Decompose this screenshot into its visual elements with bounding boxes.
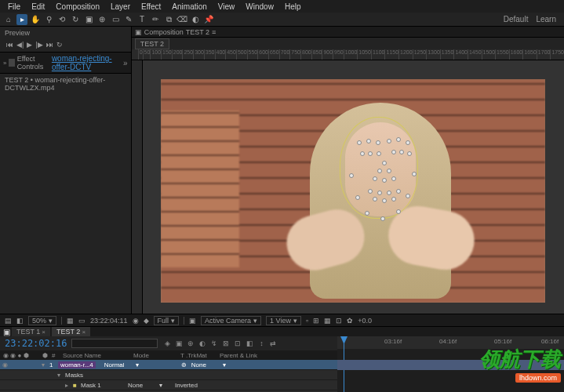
tl-tool3-icon[interactable]: ⊕ [186,339,195,348]
comp-name[interactable]: TEST 2 [186,28,209,36]
timeline-column-headers: ◉ ◉ ● ⬢ ⬢ # Source Name Mode T .TrkMat P… [0,350,337,360]
prev-frame-icon[interactable]: ◀| [16,41,24,49]
guides-icon[interactable]: ▭ [78,317,86,325]
view4-icon[interactable]: ⊡ [336,317,342,325]
snapshot-icon[interactable]: ◉ [133,317,139,325]
timeline-ruler[interactable]: 03:16f 04:16f 05:16f 06:16f [337,336,564,349]
mode-dropdown[interactable]: Normal [102,361,133,368]
composition-panel: ▣ Composition TEST 2 ≡ TEST 2 0501001502… [132,27,564,314]
close-icon[interactable]: × [82,328,86,336]
tl-tool6-icon[interactable]: ⊠ [221,339,231,348]
tl-tool10-icon[interactable]: ⇄ [268,339,278,348]
tl-tool2-icon[interactable]: ▣ [174,339,184,348]
brush-tool-icon[interactable]: ✏ [150,14,161,25]
type-tool-icon[interactable]: T [136,14,147,25]
menu-file[interactable]: File [3,2,25,12]
menu-window[interactable]: Window [241,2,278,12]
view2-icon[interactable]: ⊞ [313,317,319,325]
selection-tool-icon[interactable]: ▸ [16,14,27,25]
layer-bar[interactable] [337,360,564,370]
menu-bar: File Edit Composition Layer Effect Anima… [0,0,564,13]
rect-tool-icon[interactable]: ▭ [110,14,121,25]
effect-controls-tab[interactable]: » Effect Controls woman-rejecting-offer-… [0,52,131,74]
twirl-icon[interactable]: ▸ [63,382,71,389]
loop-icon[interactable]: ↻ [56,41,63,49]
menu-effect[interactable]: Effect [136,2,166,12]
mask-mode-dropdown[interactable]: None [126,382,157,389]
menu-view[interactable]: View [213,2,240,12]
anchor-tool-icon[interactable]: ⊕ [96,14,107,25]
menu-layer[interactable]: Layer [106,2,135,12]
menu-edit[interactable]: Edit [27,2,49,12]
viewport[interactable] [161,79,545,303]
tl-tool7-icon[interactable]: ⊡ [233,339,242,348]
timeline-panel: ▣ TEST 1× TEST 2× 23:22:02:16 ◈▣ ⊕◐ ↯⊠ ⊡… [0,326,564,392]
tl-tool4-icon[interactable]: ◐ [198,339,207,348]
timeline-graph-area[interactable]: 03:16f 04:16f 05:16f 06:16f [337,336,564,392]
orbit-tool-icon[interactable]: ⟲ [56,14,67,25]
pickwhip-icon[interactable]: ⊚ [179,361,189,368]
mask-1-row[interactable]: ▸ ■ Mask 1 None ▾ Inverted [0,380,337,390]
resolution-dropdown[interactable]: Full▾ [154,316,180,325]
play-icon[interactable]: ▶ [27,41,32,49]
alpha-toggle-icon[interactable]: ◧ [16,317,24,325]
first-frame-icon[interactable]: ⏮ [6,41,13,49]
workspace-default[interactable]: Default [504,15,529,24]
video-toggle-icon[interactable]: ◉ [0,361,9,368]
zoom-tool-icon[interactable]: ⚲ [43,14,54,25]
camera-tool-icon[interactable]: ▣ [83,14,94,25]
gear-icon[interactable]: ✿ [347,317,353,325]
clone-tool-icon[interactable]: ⧉ [163,14,174,25]
roto-tool-icon[interactable]: ◐ [190,14,201,25]
channel-icon[interactable]: ◆ [144,317,149,325]
next-frame-icon[interactable]: |▶ [35,41,42,49]
menu-composition[interactable]: Composition [51,2,104,12]
tab-test1[interactable]: TEST 1× [12,327,50,336]
parent-dropdown[interactable]: None [189,361,220,368]
hand-tool-icon[interactable]: ✋ [30,14,41,25]
vertical-ruler [132,60,143,314]
tl-tool8-icon[interactable]: ◧ [245,339,254,348]
exposure-value[interactable]: +0.0 [358,317,372,325]
workspace-learn[interactable]: Learn [536,15,556,24]
eraser-tool-icon[interactable]: ⌫ [176,14,187,25]
view3-icon[interactable]: ▦ [324,317,331,325]
puppet-tool-icon[interactable]: 📌 [203,14,214,25]
tl-tool9-icon[interactable]: ↕ [257,339,266,348]
pen-tool-icon[interactable]: ✎ [123,14,134,25]
layer-name[interactable]: woman-r...4 [58,361,96,368]
twirl-icon[interactable]: ▾ [39,361,47,368]
grid-icon[interactable]: ▦ [67,317,74,325]
panel-menu-icon[interactable]: » [123,59,128,67]
menu-help[interactable]: Help [280,2,306,12]
camera-dropdown[interactable]: Active Camera▾ [201,316,261,325]
rotate-tool-icon[interactable]: ↻ [70,14,81,25]
composition-viewer[interactable] [132,60,564,314]
zoom-dropdown[interactable]: 50%▾ [28,316,56,325]
close-icon[interactable]: × [42,328,45,336]
viewer-timecode[interactable]: 23:22:04:11 [90,317,128,325]
mask-toggle-icon[interactable]: ▤ [5,317,12,325]
tab-test2[interactable]: TEST 2× [52,327,90,336]
tl-tool5-icon[interactable]: ↯ [209,339,219,348]
home-icon[interactable]: ⌂ [3,14,14,25]
view1-icon[interactable]: ▫ [306,317,308,325]
tl-tool1-icon[interactable]: ◈ [162,339,172,348]
twirl-icon[interactable]: ▾ [55,372,63,379]
fx-icon [9,59,14,67]
left-panel: Preview ⏮ ◀| ▶ |▶ ⏭ ↻ » Effect Controls … [0,27,132,314]
horizontal-ruler: 0501001502002503003504004505005506006507… [132,49,564,60]
last-frame-icon[interactable]: ⏭ [46,41,53,49]
timeline-search-input[interactable] [71,339,158,348]
menu-animation[interactable]: Animation [167,2,211,12]
comp-subtab[interactable]: TEST 2 [135,38,169,49]
masks-group-row[interactable]: ▾ Masks [0,370,337,380]
comp-tab-menu-icon[interactable]: ≡ [212,28,216,36]
region-icon[interactable]: ▣ [189,317,196,325]
current-timecode[interactable]: 23:22:02:16 [5,338,67,349]
layer-row-1[interactable]: ◉ ▾ 1 woman-r...4 Normal ▾ ⊚ None ▾ [0,360,337,370]
effect-controls-layer-link[interactable]: woman-rejecting-offer-DCTV [52,54,123,71]
comp-prefix: Composition [144,28,184,36]
face-tracking-mask[interactable] [340,117,418,219]
views-dropdown[interactable]: 1 View▾ [266,316,301,325]
